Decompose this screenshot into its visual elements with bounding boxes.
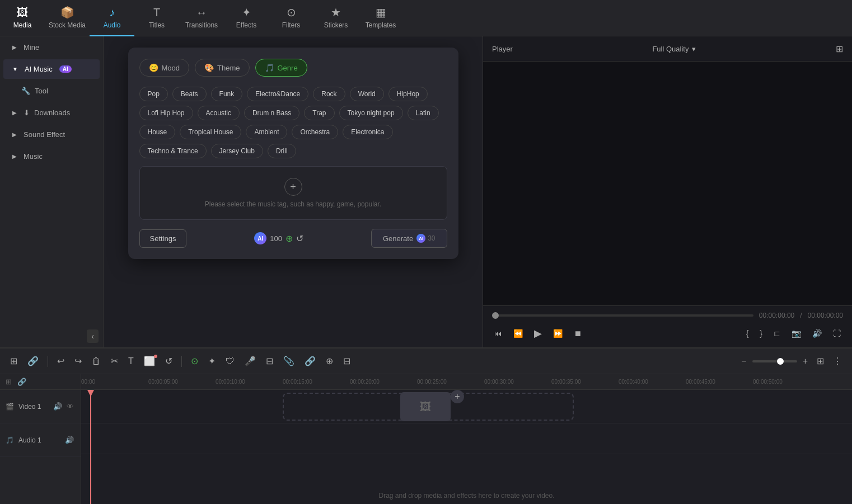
genre-tag-drill[interactable]: Drill [268,144,296,158]
genre-tag-electro-dance[interactable]: Electro&Dance [247,87,308,101]
add-tag-button[interactable]: + [284,178,302,196]
genre-tag-pop[interactable]: Pop [139,87,168,101]
progress-thumb[interactable] [492,312,499,319]
video-eye-button[interactable]: 👁 [65,401,75,412]
stop-button[interactable]: ⏹ [572,327,584,340]
sidebar-item-ai-music[interactable]: ▼ AI Music AI [3,59,100,79]
playhead[interactable] [90,390,91,504]
genre-tag-funk[interactable]: Funk [211,87,243,101]
effects-icon: ✦ [242,6,251,19]
genre-tag-lofi-hip-hop[interactable]: Lofi Hip Hop [139,106,193,120]
zoom-in-button[interactable]: + [799,354,811,369]
genre-tag-jersey-club[interactable]: Jersey Club [211,144,263,158]
zoom-out-button[interactable]: − [738,354,750,369]
generate-button[interactable]: Generate AI 30 [371,229,447,248]
delete-button[interactable]: 🗑 [88,354,104,369]
link2-button[interactable]: 🔗 [301,354,319,369]
genre-tag-hiphop[interactable]: HipHop [388,87,428,101]
genre-tag-acoustic[interactable]: Acoustic [198,106,240,120]
volume-button[interactable]: 🔊 [810,327,824,340]
zoom-slider[interactable] [752,360,797,362]
ai-credits-icon: AI [254,232,266,244]
progress-bar[interactable] [492,314,753,317]
timeline-content: ⊞ 🔗 🎬 Video 1 🔊 👁 🎵 Audio 1 🔊 [0,374,852,504]
sidebar-item-sound-effect[interactable]: ▶ Sound Effect [3,125,100,144]
add-credits-button[interactable]: ⊕ [285,233,293,244]
more-button[interactable]: ⋮ [830,354,845,369]
layers-button[interactable]: ⊟ [263,354,277,369]
video-speaker-button[interactable]: 🔊 [52,401,63,412]
clip-button[interactable]: 📎 [280,354,298,369]
in-point-button[interactable]: { [744,327,751,340]
redo-button[interactable]: ↪ [71,354,85,369]
nav-effects[interactable]: ✦ Effects [224,0,269,36]
tab-mood[interactable]: 😊 Mood [139,59,190,77]
sidebar-item-mine[interactable]: ▶ Mine [3,37,100,57]
sidebar-item-downloads[interactable]: ▶ ⬇ Downloads [3,103,100,123]
genre-tag-house[interactable]: House [139,125,176,139]
nav-stock-media[interactable]: 📦 Stock Media [45,0,90,36]
genre-tag-rock[interactable]: Rock [313,87,345,101]
genre-tag-orchestra[interactable]: Orchestra [292,125,338,139]
frame-back-button[interactable]: ⏪ [511,327,525,340]
generate-label: Generate [383,234,413,243]
shield-button[interactable]: 🛡 [222,354,238,369]
snapshot-button[interactable]: 📷 [789,327,803,340]
stickers-icon: ★ [331,6,341,19]
scene-button[interactable]: ⊞ [7,354,21,369]
out-point-button[interactable]: } [757,327,765,340]
replace-button[interactable]: ⊟ [340,354,354,369]
speed-button[interactable]: ↺ [162,354,176,369]
quality-dropdown[interactable]: Full Quality ▾ [652,45,696,53]
magnet-button[interactable]: 🔗 [16,376,27,387]
preview-expand-button[interactable]: ⊞ [836,44,843,54]
fx-button[interactable]: ✦ [205,354,219,369]
add-media-button[interactable]: + [451,390,464,403]
collapse-sidebar-button[interactable]: ‹ [87,329,99,343]
sidebar-item-tool[interactable]: 🔧 Tool [3,81,100,101]
link-button[interactable]: 🔗 [24,354,42,369]
cut-button[interactable]: ✂ [107,354,121,369]
audio-speaker-button[interactable]: 🔊 [64,435,75,445]
nav-filters[interactable]: ⊙ Filters [269,0,313,36]
split-button[interactable]: ⊏ [771,327,783,340]
credits-value: 100 [270,234,282,243]
nav-media[interactable]: 🖼 Media [0,0,45,36]
tab-genre[interactable]: 🎵 Genre [255,59,307,77]
sidebar-item-music[interactable]: ▶ Music [3,147,100,166]
nav-templates[interactable]: ▦ Templates [358,0,403,36]
titles-icon: T [153,6,160,19]
nav-transitions[interactable]: ↔ Transitions [179,0,224,36]
genre-tag-tokyo-night-pop[interactable]: Tokyo night pop [339,106,403,120]
green-dot-button[interactable]: ⊙ [188,354,202,369]
crop-button[interactable]: ⬜ [141,354,158,369]
nav-titles[interactable]: T Titles [134,0,179,36]
genre-tag-trap[interactable]: Trap [304,106,334,120]
genre-tag-world[interactable]: World [350,87,384,101]
nav-stickers[interactable]: ★ Stickers [313,0,358,36]
insert-button[interactable]: ⊕ [322,354,336,369]
genre-tag-techno-trance[interactable]: Techno & Trance [139,144,207,158]
genre-tag-tropical-house[interactable]: Tropical House [180,125,241,139]
progress-bar-area[interactable]: 00:00:00:00 / 00:00:00:00 [492,312,843,319]
skip-back-button[interactable]: ⏮ [492,327,504,340]
grid-button[interactable]: ⊞ [813,354,827,369]
refresh-button[interactable]: ↺ [296,233,303,244]
genre-tag-latin[interactable]: Latin [408,106,439,120]
settings-button[interactable]: Settings [139,229,187,248]
genre-tag-ambient[interactable]: Ambient [246,125,287,139]
frame-forward-button[interactable]: ⏩ [551,327,565,340]
add-track-button[interactable]: ⊞ [4,376,13,387]
timeline-ruler[interactable]: 00:0000:00:05:0000:00:10:0000:00:15:0000… [81,374,852,390]
fullscreen-button[interactable]: ⛶ [831,327,843,340]
undo-button[interactable]: ↩ [54,354,68,369]
audio-track-row [81,423,852,454]
text-button[interactable]: T [125,354,137,369]
nav-audio[interactable]: ♪ Audio [90,0,134,36]
genre-tag-electronica[interactable]: Electronica [343,125,392,139]
tab-theme[interactable]: 🎨 Theme [195,59,249,77]
mic-button[interactable]: 🎤 [241,354,259,369]
play-button[interactable]: ▶ [532,325,544,342]
genre-tag-beats[interactable]: Beats [172,87,207,101]
genre-tag-drum-n-bass[interactable]: Drum n Bass [244,106,299,120]
